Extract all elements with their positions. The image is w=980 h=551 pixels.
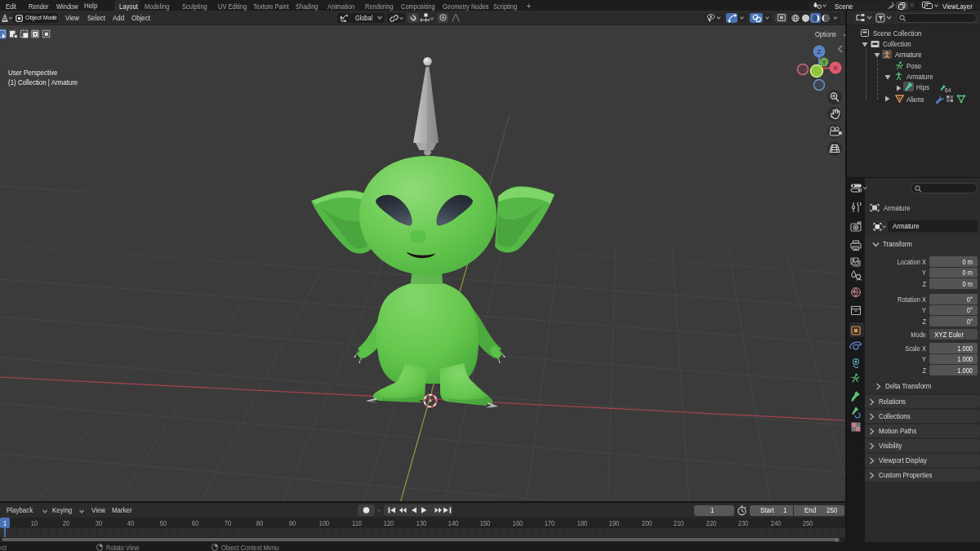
svg-text:Y: Y	[822, 60, 826, 65]
svg-text:Z: Z	[817, 48, 822, 56]
svg-text:X: X	[833, 64, 838, 72]
